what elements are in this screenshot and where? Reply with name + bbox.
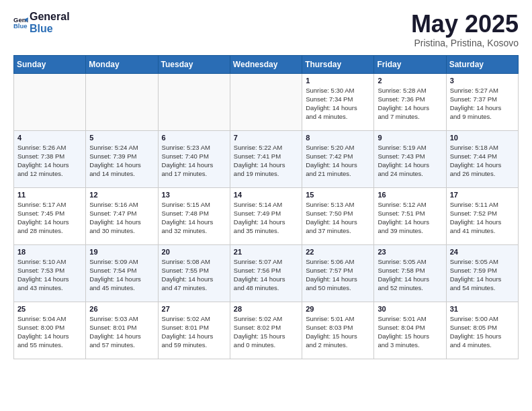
col-monday: Monday [86,55,158,73]
calendar-cell: 8Sunrise: 5:20 AM Sunset: 7:42 PM Daylig… [302,130,374,187]
day-info: Sunrise: 5:23 AM Sunset: 7:40 PM Dayligh… [162,143,226,179]
day-number: 11 [17,191,82,199]
day-info: Sunrise: 5:17 AM Sunset: 7:45 PM Dayligh… [17,200,82,236]
month-title: May 2025 [411,11,519,38]
day-info: Sunrise: 5:05 AM Sunset: 7:59 PM Dayligh… [450,257,515,293]
calendar-cell: 24Sunrise: 5:05 AM Sunset: 7:59 PM Dayli… [446,244,518,302]
day-info: Sunrise: 5:01 AM Sunset: 8:03 PM Dayligh… [306,314,370,350]
calendar-cell: 3Sunrise: 5:27 AM Sunset: 7:37 PM Daylig… [446,73,518,130]
day-number: 20 [162,248,226,256]
calendar-cell [230,73,302,130]
calendar-week-4: 18Sunrise: 5:10 AM Sunset: 7:53 PM Dayli… [14,244,519,302]
day-info: Sunrise: 5:09 AM Sunset: 7:54 PM Dayligh… [89,257,154,293]
day-number: 16 [378,191,442,199]
day-number: 26 [89,305,154,313]
calendar-week-5: 25Sunrise: 5:04 AM Sunset: 8:00 PM Dayli… [14,302,519,359]
calendar-cell: 17Sunrise: 5:11 AM Sunset: 7:52 PM Dayli… [446,187,518,244]
day-info: Sunrise: 5:16 AM Sunset: 7:47 PM Dayligh… [89,200,154,236]
col-wednesday: Wednesday [230,55,302,73]
calendar-cell: 11Sunrise: 5:17 AM Sunset: 7:45 PM Dayli… [14,187,86,244]
day-info: Sunrise: 5:02 AM Sunset: 8:01 PM Dayligh… [162,314,226,350]
calendar-cell: 4Sunrise: 5:26 AM Sunset: 7:38 PM Daylig… [14,130,86,187]
page: General Blue General Blue May 2025 Prist… [0,0,532,370]
day-info: Sunrise: 5:04 AM Sunset: 8:00 PM Dayligh… [17,314,82,350]
day-info: Sunrise: 5:12 AM Sunset: 7:51 PM Dayligh… [378,200,442,236]
day-number: 29 [306,305,370,313]
day-info: Sunrise: 5:14 AM Sunset: 7:49 PM Dayligh… [234,200,298,236]
title-block: May 2025 Pristina, Pristina, Kosovo [411,11,519,48]
calendar-cell: 18Sunrise: 5:10 AM Sunset: 7:53 PM Dayli… [14,244,86,302]
day-number: 3 [450,77,515,85]
calendar-cell: 14Sunrise: 5:14 AM Sunset: 7:49 PM Dayli… [230,187,302,244]
day-info: Sunrise: 5:08 AM Sunset: 7:55 PM Dayligh… [162,257,226,293]
calendar-week-1: 1Sunrise: 5:30 AM Sunset: 7:34 PM Daylig… [14,73,519,130]
day-number: 24 [450,248,515,256]
day-info: Sunrise: 5:11 AM Sunset: 7:52 PM Dayligh… [450,200,515,236]
day-number: 14 [234,191,298,199]
day-info: Sunrise: 5:02 AM Sunset: 8:02 PM Dayligh… [234,314,298,350]
day-info: Sunrise: 5:26 AM Sunset: 7:38 PM Dayligh… [17,143,82,179]
day-info: Sunrise: 5:27 AM Sunset: 7:37 PM Dayligh… [450,86,515,122]
day-number: 22 [306,248,370,256]
day-info: Sunrise: 5:03 AM Sunset: 8:01 PM Dayligh… [89,314,154,350]
day-number: 28 [234,305,298,313]
day-number: 21 [234,248,298,256]
col-saturday: Saturday [446,55,518,73]
calendar-cell: 7Sunrise: 5:22 AM Sunset: 7:41 PM Daylig… [230,130,302,187]
day-number: 17 [450,191,515,199]
header-row: Sunday Monday Tuesday Wednesday Thursday… [14,55,519,73]
day-number: 31 [450,305,515,313]
day-number: 7 [234,134,298,142]
calendar-cell: 9Sunrise: 5:19 AM Sunset: 7:43 PM Daylig… [374,130,446,187]
col-friday: Friday [374,55,446,73]
day-info: Sunrise: 5:01 AM Sunset: 8:04 PM Dayligh… [378,314,442,350]
day-number: 1 [306,77,370,85]
day-number: 25 [17,305,82,313]
calendar-cell: 12Sunrise: 5:16 AM Sunset: 7:47 PM Dayli… [86,187,158,244]
calendar-cell: 1Sunrise: 5:30 AM Sunset: 7:34 PM Daylig… [302,73,374,130]
calendar-cell: 31Sunrise: 5:00 AM Sunset: 8:05 PM Dayli… [446,302,518,359]
calendar-cell: 5Sunrise: 5:24 AM Sunset: 7:39 PM Daylig… [86,130,158,187]
day-number: 18 [17,248,82,256]
calendar-table: Sunday Monday Tuesday Wednesday Thursday… [13,55,519,359]
calendar-week-3: 11Sunrise: 5:17 AM Sunset: 7:45 PM Dayli… [14,187,519,244]
day-info: Sunrise: 5:07 AM Sunset: 7:56 PM Dayligh… [234,257,298,293]
day-number: 15 [306,191,370,199]
day-number: 27 [162,305,226,313]
logo-icon: General Blue [13,15,28,30]
logo: General Blue General Blue [13,11,70,34]
calendar-cell: 19Sunrise: 5:09 AM Sunset: 7:54 PM Dayli… [86,244,158,302]
day-number: 10 [450,134,515,142]
day-info: Sunrise: 5:22 AM Sunset: 7:41 PM Dayligh… [234,143,298,179]
calendar-cell: 13Sunrise: 5:15 AM Sunset: 7:48 PM Dayli… [158,187,230,244]
day-info: Sunrise: 5:10 AM Sunset: 7:53 PM Dayligh… [17,257,82,293]
calendar-cell: 20Sunrise: 5:08 AM Sunset: 7:55 PM Dayli… [158,244,230,302]
day-info: Sunrise: 5:05 AM Sunset: 7:58 PM Dayligh… [378,257,442,293]
day-info: Sunrise: 5:18 AM Sunset: 7:44 PM Dayligh… [450,143,515,179]
calendar-cell: 27Sunrise: 5:02 AM Sunset: 8:01 PM Dayli… [158,302,230,359]
calendar-cell: 29Sunrise: 5:01 AM Sunset: 8:03 PM Dayli… [302,302,374,359]
day-number: 12 [89,191,154,199]
calendar-cell: 2Sunrise: 5:28 AM Sunset: 7:36 PM Daylig… [374,73,446,130]
calendar-cell: 25Sunrise: 5:04 AM Sunset: 8:00 PM Dayli… [14,302,86,359]
day-number: 30 [378,305,442,313]
col-tuesday: Tuesday [158,55,230,73]
svg-text:Blue: Blue [13,22,28,30]
day-info: Sunrise: 5:19 AM Sunset: 7:43 PM Dayligh… [378,143,442,179]
calendar-cell: 30Sunrise: 5:01 AM Sunset: 8:04 PM Dayli… [374,302,446,359]
day-number: 2 [378,77,442,85]
col-sunday: Sunday [14,55,86,73]
day-info: Sunrise: 5:00 AM Sunset: 8:05 PM Dayligh… [450,314,515,350]
day-info: Sunrise: 5:20 AM Sunset: 7:42 PM Dayligh… [306,143,370,179]
day-number: 19 [89,248,154,256]
calendar-cell: 22Sunrise: 5:06 AM Sunset: 7:57 PM Dayli… [302,244,374,302]
calendar-cell: 21Sunrise: 5:07 AM Sunset: 7:56 PM Dayli… [230,244,302,302]
calendar-cell [86,73,158,130]
day-number: 13 [162,191,226,199]
day-number: 6 [162,134,226,142]
calendar-cell: 10Sunrise: 5:18 AM Sunset: 7:44 PM Dayli… [446,130,518,187]
day-info: Sunrise: 5:24 AM Sunset: 7:39 PM Dayligh… [89,143,154,179]
day-info: Sunrise: 5:13 AM Sunset: 7:50 PM Dayligh… [306,200,370,236]
day-number: 9 [378,134,442,142]
calendar-cell: 16Sunrise: 5:12 AM Sunset: 7:51 PM Dayli… [374,187,446,244]
